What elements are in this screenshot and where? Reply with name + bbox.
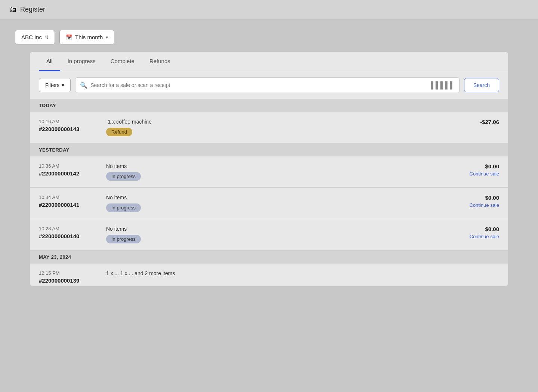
sale-amount: -$27.06 — [443, 119, 499, 125]
sale-info: 1 x ... 1 x ... and 2 more items — [102, 270, 443, 279]
sale-id: #220000000140 — [39, 233, 102, 239]
continue-sale-link[interactable]: Continue sale — [443, 171, 499, 177]
filters-button[interactable]: Filters ▾ — [39, 78, 71, 92]
sale-description: 1 x ... 1 x ... and 2 more items — [106, 270, 443, 276]
sale-meta: 12:15 PM #220000000139 — [39, 270, 102, 284]
register-icon: 🗂 — [9, 5, 16, 14]
sale-row[interactable]: 10:28 AM #220000000140 No items In progr… — [30, 219, 508, 251]
sale-amount: $0.00 — [443, 163, 499, 169]
status-badge: In progress — [106, 172, 141, 181]
sale-info: No items In progress — [102, 226, 443, 243]
filter-chevron-icon: ▾ — [62, 82, 64, 88]
sale-row[interactable]: 10:36 AM #220000000142 No items In progr… — [30, 156, 508, 188]
sale-time: 12:15 PM — [39, 270, 102, 276]
sale-amount: $0.00 — [443, 226, 499, 232]
tab-inprogress[interactable]: In progress — [60, 52, 103, 71]
month-selector-button[interactable]: 📅 This month ▾ — [59, 30, 114, 44]
sale-amount-col: $0.00 Continue sale — [443, 163, 499, 177]
calendar-icon: 📅 — [66, 34, 72, 40]
search-icon: 🔍 — [80, 82, 87, 89]
toolbar-area: ABC Inc ⇅ 📅 This month ▾ All In progress… — [0, 19, 538, 286]
sale-amount-col: $0.00 Continue sale — [443, 195, 499, 208]
top-bar: 🗂 Register — [0, 0, 538, 19]
page-title: Register — [20, 6, 45, 13]
continue-sale-link[interactable]: Continue sale — [443, 234, 499, 239]
sale-amount-col: -$27.06 — [443, 119, 499, 127]
status-badge: Refund — [106, 128, 132, 136]
sale-id: #220000000143 — [39, 126, 102, 132]
sale-meta: 10:16 AM #220000000143 — [39, 119, 102, 132]
company-selector-button[interactable]: ABC Inc ⇅ — [15, 30, 55, 44]
sale-amount-col: $0.00 Continue sale — [443, 226, 499, 239]
continue-sale-link[interactable]: Continue sale — [443, 202, 499, 208]
section-header-today: TODAY — [30, 99, 508, 112]
sale-time: 10:16 AM — [39, 119, 102, 124]
sale-meta: 10:34 AM #220000000141 — [39, 195, 102, 208]
sale-description: No items — [106, 226, 443, 232]
search-button[interactable]: Search — [464, 78, 499, 92]
sale-amount-col — [443, 270, 499, 272]
sale-meta: 10:36 AM #220000000142 — [39, 163, 102, 177]
sale-row[interactable]: 10:34 AM #220000000141 No items In progr… — [30, 188, 508, 219]
tab-all[interactable]: All — [39, 52, 60, 71]
sale-id: #220000000142 — [39, 170, 102, 177]
company-label: ABC Inc — [21, 34, 42, 40]
filters-label: Filters — [45, 82, 59, 88]
sale-row[interactable]: 12:15 PM #220000000139 1 x ... 1 x ... a… — [30, 264, 508, 286]
tabs-bar: All In progress Complete Refunds — [30, 52, 508, 71]
sale-row[interactable]: 10:16 AM #220000000143 -1 x coffee machi… — [30, 112, 508, 143]
sale-description: No items — [106, 195, 443, 200]
chevron-updown-icon: ⇅ — [45, 35, 49, 40]
toolbar-buttons: ABC Inc ⇅ 📅 This month ▾ — [15, 30, 523, 44]
chevron-down-icon: ▾ — [106, 35, 108, 40]
search-input[interactable] — [90, 82, 428, 88]
search-area: Filters ▾ 🔍 ▌▌▌▌▌ Search — [30, 71, 508, 99]
sale-info: No items In progress — [102, 163, 443, 181]
section-header-may23: MAY 23, 2024 — [30, 251, 508, 264]
sale-time: 10:28 AM — [39, 226, 102, 231]
sale-info: -1 x coffee machine Refund — [102, 119, 443, 136]
month-label: This month — [75, 34, 103, 40]
sale-description: -1 x coffee machine — [106, 119, 443, 125]
sale-time: 10:36 AM — [39, 163, 102, 169]
search-box: 🔍 ▌▌▌▌▌ — [75, 77, 460, 93]
sale-time: 10:34 AM — [39, 195, 102, 200]
barcode-icon: ▌▌▌▌▌ — [431, 81, 455, 89]
tab-refunds[interactable]: Refunds — [142, 52, 178, 71]
tab-complete[interactable]: Complete — [103, 52, 142, 71]
sale-meta: 10:28 AM #220000000140 — [39, 226, 102, 239]
sale-info: No items In progress — [102, 195, 443, 212]
sale-id: #220000000139 — [39, 277, 102, 284]
section-header-yesterday: YESTERDAY — [30, 143, 508, 156]
sale-description: No items — [106, 163, 443, 169]
main-card: All In progress Complete Refunds Filters… — [30, 52, 508, 286]
sale-id: #220000000141 — [39, 202, 102, 208]
status-badge: In progress — [106, 235, 141, 243]
status-badge: In progress — [106, 203, 141, 212]
sale-amount: $0.00 — [443, 195, 499, 201]
